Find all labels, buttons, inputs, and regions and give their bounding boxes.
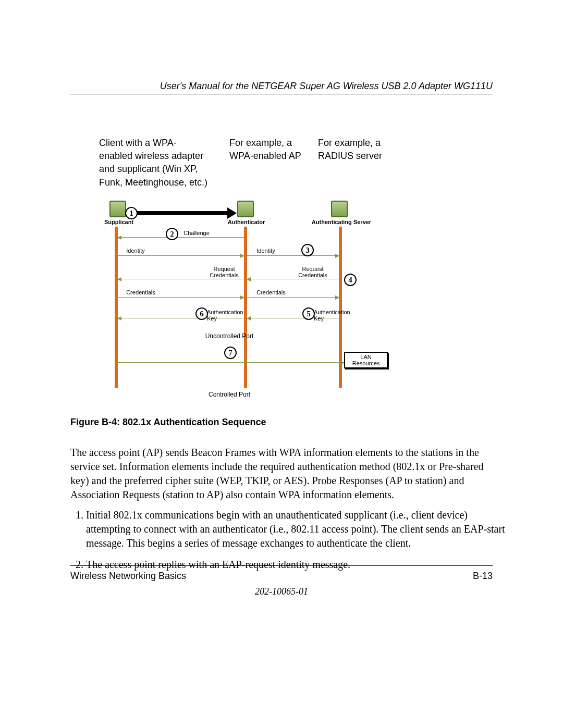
label-supplicant: Client with a WPA-enabled wireless adapt…: [99, 137, 209, 189]
msg-reqcred-2: [247, 279, 339, 279]
label-reqcred-2: Request Credentials: [292, 266, 334, 278]
step-item-1: Initial 802.1x communications begin with…: [86, 508, 508, 550]
msg-challenge: [118, 237, 244, 238]
msg-identity-2: [247, 255, 339, 256]
lan-resources-box: LAN Resources: [344, 352, 388, 368]
step1-arrow: [136, 211, 229, 215]
step-7: 7: [224, 347, 237, 359]
footer-section: Wireless Networking Basics: [70, 571, 186, 582]
figure-caption: Figure B-4: 802.1x Authentication Sequen…: [70, 417, 266, 428]
label-challenge: Challenge: [178, 230, 215, 236]
label-reqcred-1: Request Credentials: [203, 266, 245, 278]
actor-label-server: Authenticating Server: [308, 219, 375, 225]
running-header: User's Manual for the NETGEAR Super AG W…: [160, 81, 493, 92]
label-authenticator: For example, a WPA-enabled AP: [229, 137, 318, 163]
header-rule: [70, 94, 493, 94]
label-identity-2: Identity: [250, 248, 282, 254]
footer-doc-number: 202-10065-01: [70, 586, 493, 597]
label-cred-2: Credentials: [250, 289, 292, 295]
msg-identity-1: [118, 255, 244, 256]
authenticator-icon: [237, 201, 254, 217]
label-uncontrolled-port: Uncontrolled Port: [198, 332, 261, 340]
step-5: 5: [302, 307, 315, 320]
sequence-diagram: Supplicant Authenticator Authenticating …: [99, 201, 391, 399]
msg-reqcred-1: [118, 279, 244, 279]
supplicant-icon: [109, 201, 126, 217]
body-paragraph: The access point (AP) sends Beacon Frame…: [70, 446, 493, 502]
lifeline-authenticator: [244, 227, 247, 388]
label-controlled-port: Controlled Port: [198, 391, 261, 398]
footer-page-number: B-13: [473, 571, 493, 582]
msg-lan: [118, 362, 344, 363]
step-3: 3: [301, 244, 314, 256]
label-server: For example, a RADIUS server: [318, 137, 407, 163]
actor-label-supplicant: Supplicant: [98, 219, 140, 225]
actor-label-authenticator: Authenticator: [222, 219, 271, 225]
numbered-steps: Initial 802.1x communications begin with…: [70, 508, 508, 579]
label-identity-1: Identity: [120, 248, 151, 254]
label-authkey-2: Authentication Key: [207, 309, 254, 322]
step-item-2: The access point replies with an EAP-req…: [86, 558, 508, 572]
msg-cred-2: [247, 297, 339, 298]
page: User's Manual for the NETGEAR Super AG W…: [70, 0, 493, 728]
label-cred-1: Credentials: [120, 289, 162, 295]
step-1: 1: [125, 207, 138, 219]
label-authkey-1: Authentication Key: [314, 309, 361, 322]
step-6: 6: [195, 307, 208, 320]
server-icon: [331, 201, 348, 217]
step-4: 4: [344, 274, 357, 286]
step-2: 2: [166, 228, 178, 240]
msg-cred-1: [118, 297, 244, 298]
footer-rule: [70, 565, 493, 566]
lifeline-supplicant: [115, 227, 118, 388]
